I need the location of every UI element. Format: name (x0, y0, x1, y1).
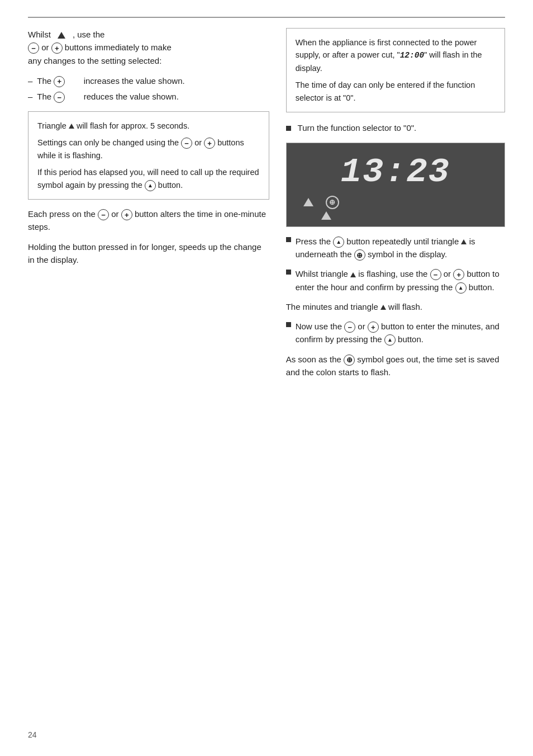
plus-icon-list: + (54, 76, 65, 87)
triangle-step2 (461, 239, 467, 244)
minus-btn-step3: − (430, 269, 441, 280)
closing-paragraph: As soon as the ⊕ symbol goes out, the ti… (286, 353, 505, 379)
bullet-1 (286, 126, 291, 131)
bullet-3 (286, 270, 291, 275)
info-box-para2: Settings can only be changed using the −… (37, 136, 260, 162)
step4-text: Now use the − or + button to enter the m… (296, 320, 505, 346)
display-bottom-row (298, 211, 493, 220)
bullet-4 (286, 322, 291, 327)
minus-btn-step4: − (344, 322, 355, 333)
intro-use-the-text: , use the (73, 30, 105, 39)
top-border (28, 17, 505, 18)
time-display-text: 12:00 (400, 51, 425, 60)
step1-text: Turn the function selector to "0". (286, 121, 505, 134)
up-button-icon-box: ▲ (145, 180, 156, 191)
display-bottom-triangle (321, 211, 331, 220)
flash-note: The minutes and triangle will flash. (286, 300, 505, 313)
minus-btn-body: − (98, 209, 109, 220)
list-item-plus-content: The + increases the value shown. (37, 75, 184, 88)
page-number: 24 (28, 730, 37, 739)
triangle-icon-intro (58, 32, 65, 39)
info-box-para1: Triangle will flash for approx. 5 second… (37, 120, 260, 132)
info-box-right: When the appliance is first connected to… (286, 28, 505, 112)
body-para-2: Holding the button pressed in for longer… (28, 240, 269, 267)
right-info-para1: When the appliance is first connected to… (296, 36, 496, 74)
dash-1: – (28, 75, 32, 88)
plus-btn-step4: + (368, 322, 379, 333)
list-item-minus-content: The − reduces the value shown. (37, 91, 178, 103)
or-text-1: or (41, 42, 51, 52)
up-btn-step4: ▲ (384, 334, 396, 346)
bullet-2 (286, 237, 291, 242)
list-item-plus: – The + increases the value shown. (28, 75, 269, 88)
minus-icon-box: − (181, 138, 192, 149)
intro-line3: buttons immediately to make (65, 42, 172, 52)
display-time-value: 13:23 (298, 153, 493, 191)
step3-item: Whilst triangle is flashing, use the − o… (286, 267, 505, 294)
body-para-1: Each press on the − or + button alters t… (28, 207, 269, 234)
main-content: Whilst , use the − or + buttons immediat… (28, 28, 505, 385)
triangle-flash-note (380, 305, 386, 310)
up-btn-step3: ▲ (455, 282, 467, 294)
dash-2: – (28, 91, 32, 103)
minus-icon-list: − (54, 92, 65, 103)
step4-item: Now use the − or + button to enter the m… (286, 320, 505, 346)
step3-text: Whilst triangle is flashing, use the − o… (296, 267, 505, 294)
clock-icon-closing: ⊕ (344, 355, 355, 366)
minus-button-icon: − (28, 42, 39, 54)
right-column: When the appliance is first connected to… (286, 28, 505, 385)
triangle-icon-box (69, 124, 74, 129)
display-clock-icon: ⊕ (326, 196, 339, 209)
display-panel: 13:23 ⊕ (286, 143, 505, 227)
left-column: Whilst , use the − or + buttons immediat… (28, 28, 269, 385)
right-info-para2: The time of day can only be entered if t… (296, 79, 496, 104)
step2-item: Press the ▲ button repeatedly until tria… (286, 235, 505, 261)
intro-whilst-text: Whilst (28, 30, 51, 39)
clock-icon-step2: ⊕ (354, 249, 365, 261)
bullet-list: – The + increases the value shown. – The… (28, 75, 269, 103)
intro-line4: any changes to the setting selected: (28, 56, 161, 65)
plus-btn-step3: + (453, 269, 464, 280)
display-icons-row: ⊕ (298, 196, 493, 209)
triangle-step3 (350, 272, 356, 277)
plus-icon-box: + (204, 138, 215, 149)
list-item-minus: – The − reduces the value shown. (28, 91, 269, 103)
up-btn-step2: ▲ (333, 237, 344, 248)
step2-text: Press the ▲ button repeatedly until tria… (296, 235, 505, 261)
plus-button-icon: + (51, 42, 63, 54)
plus-btn-body: + (121, 209, 132, 220)
intro-paragraph: Whilst , use the − or + buttons immediat… (28, 28, 269, 67)
info-box-left: Triangle will flash for approx. 5 second… (28, 111, 269, 200)
info-box-para3: If this period has elapsed you, will nee… (37, 166, 260, 191)
display-triangle-icon (303, 198, 313, 206)
